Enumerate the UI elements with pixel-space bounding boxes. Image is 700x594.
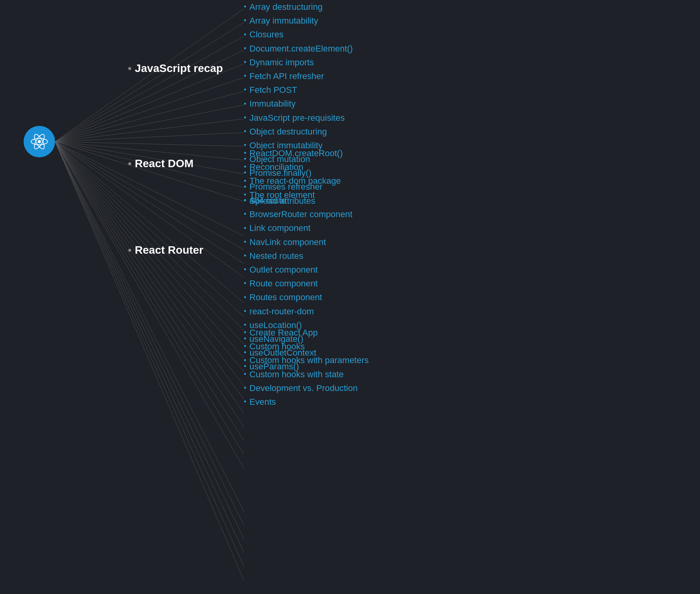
svg-line-6 <box>55 91 244 142</box>
svg-line-34 <box>55 142 244 539</box>
svg-line-24 <box>55 142 244 372</box>
svg-line-33 <box>55 142 244 525</box>
list-item[interactable]: Nested routes <box>244 249 352 263</box>
svg-line-8 <box>55 119 244 142</box>
list-item[interactable]: Array destructuring <box>244 0 353 14</box>
svg-line-28 <box>55 142 244 427</box>
svg-line-14 <box>55 142 244 201</box>
list-item[interactable]: Custom hooks with state <box>244 367 369 381</box>
list-item[interactable]: Dynamic imports <box>244 55 353 69</box>
svg-line-5 <box>55 77 244 142</box>
react-dom-label: React DOM <box>128 157 193 170</box>
list-item[interactable]: BrowserRouter component <box>244 207 352 221</box>
list-item[interactable]: ReactDOM.createRoot() <box>244 146 343 160</box>
svg-line-35 <box>55 142 244 553</box>
svg-line-2 <box>55 36 244 142</box>
list-item[interactable]: Outlet component <box>244 263 352 277</box>
list-item[interactable]: react-router-dom <box>244 304 352 318</box>
list-item[interactable]: NavLink component <box>244 235 352 249</box>
svg-line-36 <box>55 142 244 566</box>
svg-line-4 <box>55 64 244 142</box>
svg-line-37 <box>55 142 244 580</box>
bottom-items-list: Create React App Custom hooks Custom hoo… <box>244 326 369 409</box>
list-item[interactable]: Document.createElement() <box>244 42 353 55</box>
js-recap-label: JavaScript recap <box>128 62 223 75</box>
svg-line-26 <box>55 142 244 399</box>
svg-line-31 <box>55 142 244 468</box>
svg-line-7 <box>55 105 244 142</box>
svg-line-22 <box>55 142 244 344</box>
svg-line-9 <box>55 133 244 142</box>
svg-line-10 <box>55 142 244 146</box>
list-item[interactable]: Reconciliation <box>244 160 343 174</box>
list-item[interactable]: Custom hooks with parameters <box>244 353 369 367</box>
list-item[interactable]: JavaScript pre-requisites <box>244 111 353 125</box>
list-item[interactable]: Immutability <box>244 97 353 111</box>
svg-line-25 <box>55 142 244 386</box>
list-item[interactable]: 404 route <box>244 194 352 207</box>
list-item[interactable]: The react-dom package <box>244 174 343 188</box>
svg-line-15 <box>55 142 244 236</box>
list-item[interactable]: Fetch API refresher <box>244 69 353 83</box>
svg-line-32 <box>55 142 244 511</box>
svg-point-38 <box>38 140 41 143</box>
list-item[interactable]: Array immutability <box>244 14 353 28</box>
svg-line-30 <box>55 142 244 454</box>
list-item[interactable]: Development vs. Production <box>244 381 369 395</box>
svg-line-0 <box>55 9 244 142</box>
react-router-label: React Router <box>128 244 203 256</box>
react-logo-icon <box>24 126 55 157</box>
list-item[interactable]: Events <box>244 395 369 409</box>
list-item[interactable]: Routes component <box>244 290 352 304</box>
list-item[interactable]: Custom hooks <box>244 339 369 353</box>
svg-line-29 <box>55 142 244 441</box>
svg-line-21 <box>55 142 244 330</box>
svg-line-1 <box>55 22 244 142</box>
list-item[interactable]: Closures <box>244 28 353 41</box>
list-item[interactable]: Route component <box>244 277 352 290</box>
svg-line-27 <box>55 142 244 413</box>
list-item[interactable]: Object destructuring <box>244 125 353 138</box>
list-item[interactable]: Fetch POST <box>244 83 353 97</box>
list-item[interactable]: Link component <box>244 221 352 235</box>
list-item[interactable]: Create React App <box>244 326 369 339</box>
